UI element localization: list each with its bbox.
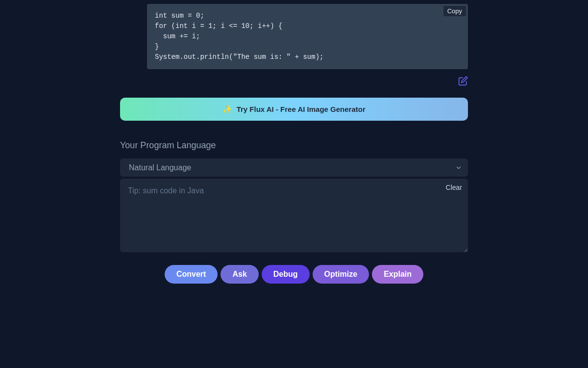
code-input[interactable] <box>120 179 468 252</box>
explain-button[interactable]: Explain <box>372 265 423 284</box>
sparkle-icon: ✨ <box>222 105 232 113</box>
code-output-block: Copy int sum = 0; for (int i = 1; i <= 1… <box>147 4 468 69</box>
debug-button[interactable]: Debug <box>262 265 310 284</box>
clear-button[interactable]: Clear <box>446 184 462 191</box>
promo-text: Try Flux AI - Free AI Image Generator <box>237 105 366 113</box>
language-select[interactable]: Natural Language <box>120 158 468 177</box>
code-content: int sum = 0; for (int i = 1; i <= 10; i+… <box>155 11 460 62</box>
promo-banner[interactable]: ✨ Try Flux AI - Free AI Image Generator <box>120 98 468 121</box>
convert-button[interactable]: Convert <box>165 265 218 284</box>
language-section-label: Your Program Language <box>120 140 468 151</box>
ask-button[interactable]: Ask <box>220 265 258 284</box>
edit-icon[interactable] <box>458 76 468 88</box>
copy-button[interactable]: Copy <box>443 6 466 16</box>
action-buttons-row: Convert Ask Debug Optimize Explain <box>120 265 468 284</box>
optimize-button[interactable]: Optimize <box>313 265 369 284</box>
